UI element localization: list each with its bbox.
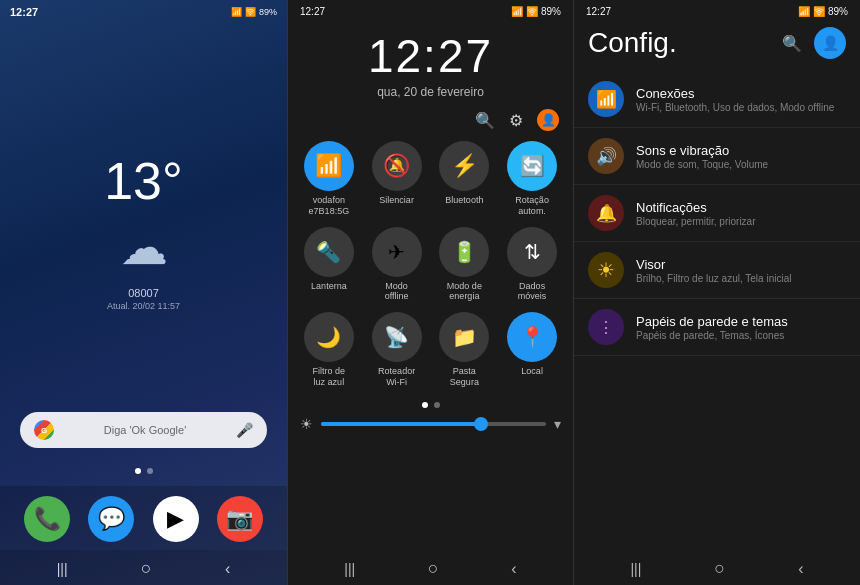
p2-user-icon[interactable]: 👤	[537, 109, 559, 131]
settings-display[interactable]: ☀ Visor Brilho, Filtro de luz azul, Tela…	[574, 242, 860, 299]
dock-phone[interactable]: 📞	[24, 496, 70, 542]
dock-messages[interactable]: 💬	[88, 496, 134, 542]
filter-label: Filtro deluz azul	[313, 366, 346, 388]
qs-wifi[interactable]: 📶 vodafone7B18:5G	[300, 141, 358, 217]
connections-text: Conexões Wi-Fi, Bluetooth, Uso de dados,…	[636, 86, 846, 113]
plane-tile-icon: ✈	[372, 227, 422, 277]
brightness-track[interactable]	[321, 422, 546, 426]
dock-play[interactable]: ▶	[153, 496, 199, 542]
sounds-text: Sons e vibração Modo de som, Toque, Volu…	[636, 143, 846, 170]
home-button[interactable]: ○	[141, 558, 152, 579]
connections-subtitle: Wi-Fi, Bluetooth, Uso de dados, Modo off…	[636, 102, 846, 113]
brightness-fill	[321, 422, 479, 426]
p3-nav-bar: ||| ○ ‹	[574, 550, 860, 585]
brightness-expand-icon[interactable]: ▾	[554, 416, 561, 432]
dock-camera[interactable]: 📷	[217, 496, 263, 542]
wallpaper-subtitle: Papéis de parede, Temas, Ícones	[636, 330, 846, 341]
mute-label: Silenciar	[379, 195, 414, 206]
sounds-icon: 🔊	[588, 138, 624, 174]
notifications-subtitle: Bloquear, permitir, priorizar	[636, 216, 846, 227]
display-icon: ☀	[588, 252, 624, 288]
location-label: Local	[521, 366, 543, 377]
power-label: Modo deenergia	[447, 281, 482, 303]
settings-notifications[interactable]: 🔔 Notificações Bloquear, permitir, prior…	[574, 185, 860, 242]
qs-data[interactable]: ⇅ Dadosmóveis	[503, 227, 561, 303]
qs-securefolder[interactable]: 📁 PastaSegura	[436, 312, 494, 388]
p3-signal-icon: 📶	[798, 6, 810, 17]
p2-back-button[interactable]: ‹	[511, 560, 516, 578]
p3-back-button[interactable]: ‹	[798, 560, 803, 578]
wallpaper-title: Papéis de parede e temas	[636, 314, 846, 329]
router-tile-icon: 📡	[372, 312, 422, 362]
notifications-title: Notificações	[636, 200, 846, 215]
p2-recent-button[interactable]: |||	[344, 561, 355, 577]
folder-label: PastaSegura	[450, 366, 479, 388]
bt-label: Bluetooth	[445, 195, 483, 206]
weather-location: 08007	[128, 287, 159, 299]
settings-header: Config. 🔍 👤	[574, 19, 860, 67]
qs-location[interactable]: 📍 Local	[503, 312, 561, 388]
qs-power[interactable]: 🔋 Modo deenergia	[436, 227, 494, 303]
rotate-tile-icon: 🔄	[507, 141, 557, 191]
search-placeholder: Diga 'Ok Google'	[54, 424, 236, 436]
dot-2	[147, 468, 153, 474]
display-subtitle: Brilho, Filtro de luz azul, Tela inicial	[636, 273, 846, 284]
weather-temp: 13°	[104, 151, 183, 211]
p3-search-icon[interactable]: 🔍	[782, 34, 802, 53]
data-tile-icon: ⇅	[507, 227, 557, 277]
flash-label: Lanterna	[311, 281, 347, 292]
rotate-label: Rotaçãoautom.	[515, 195, 549, 217]
wallpaper-text: Papéis de parede e temas Papéis de pared…	[636, 314, 846, 341]
filter-tile-icon: 🌙	[304, 312, 354, 362]
mute-tile-icon: 🔕	[372, 141, 422, 191]
p3-recent-button[interactable]: |||	[630, 561, 641, 577]
qs-flashlight[interactable]: 🔦 Lanterna	[300, 227, 358, 303]
battery-text: 89%	[259, 7, 277, 17]
dot-1	[135, 468, 141, 474]
qs-hotspot[interactable]: 📡 RoteadorWi-Fi	[368, 312, 426, 388]
settings-sounds[interactable]: 🔊 Sons e vibração Modo de som, Toque, Vo…	[574, 128, 860, 185]
mic-icon[interactable]: 🎤	[236, 422, 253, 438]
recent-apps-button[interactable]: |||	[57, 561, 68, 577]
qs-mute[interactable]: 🔕 Silenciar	[368, 141, 426, 217]
qs-bluefilter[interactable]: 🌙 Filtro deluz azul	[300, 312, 358, 388]
p2-wifi-icon: 🛜	[526, 6, 538, 17]
brightness-thumb[interactable]	[474, 417, 488, 431]
p2-page-indicator	[288, 402, 573, 408]
p1-nav-bar: ||| ○ ‹	[0, 550, 287, 585]
p1-time: 12:27	[10, 6, 38, 18]
p2-header-icons: 🔍 ⚙ 👤	[288, 103, 573, 137]
settings-connections[interactable]: 📶 Conexões Wi-Fi, Bluetooth, Uso de dado…	[574, 71, 860, 128]
p1-status-icons: 📶 🛜 89%	[231, 7, 277, 17]
data-label: Dadosmóveis	[518, 281, 547, 303]
settings-wallpaper[interactable]: ⋮ Papéis de parede e temas Papéis de par…	[574, 299, 860, 356]
p2-home-button[interactable]: ○	[428, 558, 439, 579]
p2-time: 12:27	[300, 6, 325, 17]
p3-home-button[interactable]: ○	[714, 558, 725, 579]
clock-time: 12:27	[288, 29, 573, 83]
p2-signal-icon: 📶	[511, 6, 523, 17]
back-button[interactable]: ‹	[225, 560, 230, 578]
connections-title: Conexões	[636, 86, 846, 101]
p2-settings-icon[interactable]: ⚙	[509, 111, 523, 130]
wifi-tile-icon: 📶	[304, 141, 354, 191]
qs-rotation[interactable]: 🔄 Rotaçãoautom.	[503, 141, 561, 217]
p3-wifi-icon: 🛜	[813, 6, 825, 17]
location-tile-icon: 📍	[507, 312, 557, 362]
brightness-control[interactable]: ☀ ▾	[288, 412, 573, 438]
p2-status-icons: 📶 🛜 89%	[511, 6, 561, 17]
search-bar[interactable]: G Diga 'Ok Google' 🎤	[20, 412, 267, 448]
p3-battery: 89%	[828, 6, 848, 17]
page-indicator	[0, 468, 287, 474]
p3-user-avatar[interactable]: 👤	[814, 27, 846, 59]
p3-time: 12:27	[586, 6, 611, 17]
connections-icon: 📶	[588, 81, 624, 117]
p2-search-icon[interactable]: 🔍	[475, 111, 495, 130]
clock-date: qua, 20 de fevereiro	[288, 85, 573, 99]
quick-settings-panel: 12:27 📶 🛜 89% 12:27 qua, 20 de fevereiro…	[287, 0, 574, 585]
qs-offline[interactable]: ✈ Modooffline	[368, 227, 426, 303]
dock: 📞 💬 ▶ 📷	[0, 486, 287, 550]
qs-bluetooth[interactable]: ⚡ Bluetooth	[436, 141, 494, 217]
brightness-icon: ☀	[300, 416, 313, 432]
sounds-title: Sons e vibração	[636, 143, 846, 158]
